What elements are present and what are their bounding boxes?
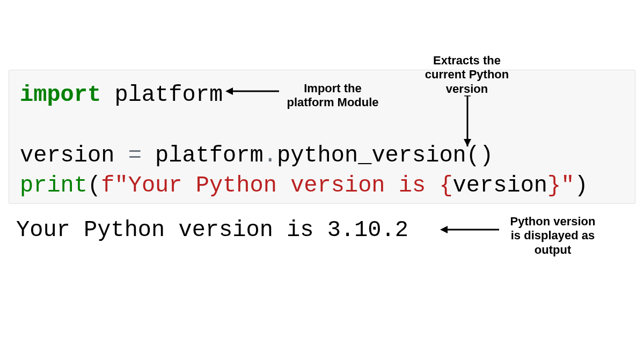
code-line-2: version = platform.python_version() — [20, 141, 624, 171]
interp-lbrace: { — [439, 173, 452, 199]
lparen: ( — [87, 173, 101, 199]
object-platform: platform — [155, 143, 264, 168]
f-prefix: f — [101, 173, 114, 199]
module-platform: platform — [114, 82, 223, 108]
rparen: ) — [480, 143, 493, 168]
code-line-3: print(f"Your Python version is {version}… — [20, 171, 624, 201]
quote-open: " — [114, 173, 128, 199]
svg-marker-3 — [464, 139, 471, 146]
output-line: Your Python version is 3.10.2 — [16, 217, 408, 243]
dot: . — [264, 143, 277, 168]
string-text: Your Python version is — [128, 173, 440, 199]
arrow-left-icon — [225, 86, 279, 97]
space — [101, 82, 114, 108]
func-python-version: python_version — [277, 143, 466, 168]
rparen: ) — [574, 173, 588, 199]
annotation-import: Import theplatform Module — [279, 82, 386, 110]
space — [142, 143, 155, 168]
annotation-extract: Extracts thecurrent Pythonversion — [416, 54, 518, 96]
annotation-output: Python versionis displayed asoutput — [499, 215, 606, 257]
svg-marker-6 — [440, 226, 448, 233]
arrow-up-icon — [463, 95, 472, 146]
code-blank-line — [20, 111, 624, 141]
interp-var: version — [453, 173, 547, 199]
operator-equals: = — [128, 143, 142, 168]
space — [114, 143, 128, 168]
var-version: version — [20, 143, 114, 168]
builtin-print: print — [20, 173, 87, 199]
arrow-left-icon — [440, 224, 499, 235]
keyword-import: import — [20, 82, 101, 108]
quote-close: " — [561, 173, 574, 199]
interp-rbrace: } — [547, 173, 561, 199]
svg-marker-1 — [225, 87, 233, 95]
